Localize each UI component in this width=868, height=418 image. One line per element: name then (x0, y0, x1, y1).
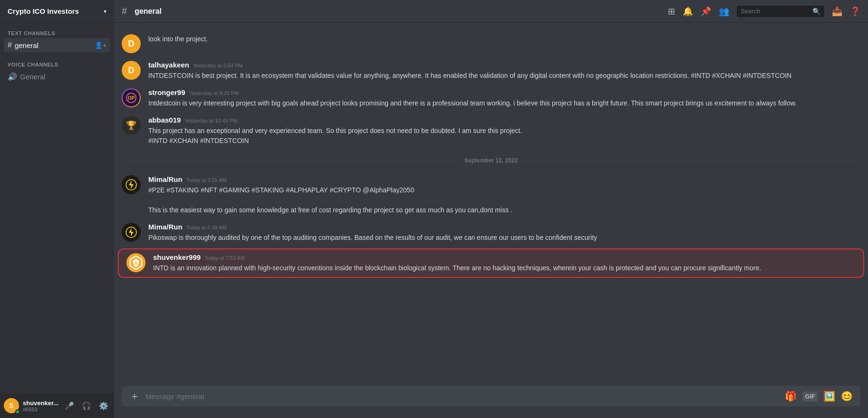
sidebar-footer: S shuvenker... #6653 🎤 🎧 ⚙️ (0, 393, 114, 418)
message-author: stronger99 (148, 88, 185, 96)
gif-icon[interactable]: GIF (802, 391, 818, 401)
avatar: 🏆 (122, 116, 141, 135)
message-group: D look into the project. (122, 30, 860, 57)
add-user-icon[interactable]: 👤+ (95, 41, 106, 49)
search-icon: 🔍 (812, 8, 820, 15)
message-timestamp: Today at 5:49 AM (186, 225, 227, 230)
message-header: abbas019 Yesterday at 10:49 PM (148, 116, 860, 124)
gift-icon[interactable]: 🎁 (785, 390, 797, 402)
avatar: D (122, 34, 141, 53)
message-timestamp: Yesterday at 5:54 PM (193, 63, 243, 68)
message-header: Mima/Run Today at 5:49 AM (148, 223, 860, 231)
message-text: #P2E #STAKING #NFT #GAMING #STAKING #ALP… (148, 185, 860, 215)
svg-text:OP: OP (128, 95, 135, 101)
members-icon[interactable]: 👥 (719, 6, 729, 17)
svg-text:S: S (135, 261, 137, 266)
date-divider-line (521, 161, 860, 161)
server-title: Crypto ICO Investors (8, 7, 79, 15)
message-text: INTDESTCOIN is best project. It is an ec… (148, 71, 860, 81)
message-text: look into the project. (148, 34, 860, 44)
message-group: Mima/Run Today at 5:49 AM Pikoswap is th… (122, 219, 860, 247)
text-channels-label: Text Channels (4, 30, 110, 36)
message-group: Mima/Run Today at 3:55 AM #P2E #STAKING … (122, 171, 860, 219)
message-text: INTD is an innovation planned with high-… (153, 263, 856, 273)
search-placeholder: Search (741, 8, 812, 15)
sidebar-item-general[interactable]: # general 👤+ (4, 38, 110, 52)
avatar: OP (122, 88, 141, 107)
inbox-icon[interactable]: 📥 (832, 6, 842, 17)
message-input[interactable] (145, 392, 785, 400)
current-user-name: shuvenker... (23, 399, 63, 407)
footer-icons: 🎤 🎧 ⚙️ (63, 399, 110, 412)
message-content: shuvenker999 Today at 7:53 AM INTD is an… (153, 253, 856, 273)
text-channels-section: Text Channels # general 👤+ (0, 23, 114, 54)
deafen-icon[interactable]: 🎧 (80, 399, 93, 412)
message-header: shuvenker999 Today at 7:53 AM (153, 253, 856, 261)
topbar-icons: ⊞ 🔔 📌 👥 Search 🔍 📥 ❓ (668, 6, 860, 17)
mute-icon[interactable]: 🎤 (63, 399, 76, 412)
message-group: 🏆 abbas019 Yesterday at 10:49 PM This pr… (122, 112, 860, 150)
threads-icon[interactable]: ⊞ (668, 6, 675, 17)
add-attachment-button[interactable]: ＋ (129, 389, 140, 403)
message-content: look into the project. (148, 34, 860, 53)
server-header[interactable]: Crypto ICO Investors ▾ (0, 0, 114, 23)
message-input-container: ＋ 🎁 GIF 🖼️ 😊 (122, 386, 860, 407)
message-timestamp: Yesterday at 10:49 PM (184, 118, 237, 124)
avatar (122, 223, 141, 242)
chevron-down-icon: ▾ (104, 8, 106, 15)
voice-channels-section: Voice Channels 🔊 General (0, 54, 114, 86)
date-divider-text: September 12, 2022 (464, 157, 518, 164)
message-text: Pikoswap is thoroughly audited by one of… (148, 233, 860, 243)
date-divider-line (122, 161, 461, 161)
topbar-channel-name: general (135, 7, 162, 16)
voice-channel-name: General (20, 73, 45, 81)
message-author: abbas019 (148, 116, 181, 124)
message-author: Mima/Run (148, 223, 183, 231)
message-group: OP stronger99 Yesterday at 9:20 PM Intde… (122, 85, 860, 112)
hash-icon: # (8, 41, 12, 49)
current-user-info: shuvenker... #6653 (23, 399, 63, 412)
main-content: # general ⊞ 🔔 📌 👥 Search 🔍 📥 ❓ D look in… (114, 0, 868, 418)
message-author: talhayakeen (148, 61, 189, 69)
input-area: ＋ 🎁 GIF 🖼️ 😊 (114, 386, 868, 418)
highlighted-message-group: S shuvenker999 Today at 7:53 AM INTD is … (118, 248, 864, 278)
avatar: S (126, 253, 145, 272)
message-header: talhayakeen Yesterday at 5:54 PM (148, 61, 860, 69)
avatar (122, 175, 141, 194)
message-header: Mima/Run Today at 3:55 AM (148, 175, 860, 183)
search-box[interactable]: Search 🔍 (737, 6, 824, 17)
current-user-discriminator: #6653 (23, 407, 63, 412)
message-content: abbas019 Yesterday at 10:49 PM This proj… (148, 116, 860, 146)
message-text: Intdestcoin is very interesting project … (148, 98, 860, 108)
voice-channels-label: Voice Channels (4, 62, 110, 67)
message-timestamp: Today at 7:53 AM (204, 255, 245, 261)
pin-icon[interactable]: 📌 (701, 6, 711, 17)
sticker-icon[interactable]: 🖼️ (823, 390, 835, 402)
message-content: Mima/Run Today at 3:55 AM #P2E #STAKING … (148, 175, 860, 215)
speaker-icon: 🔊 (8, 72, 17, 81)
date-divider: September 12, 2022 (122, 157, 860, 164)
input-actions: 🎁 GIF 🖼️ 😊 (785, 390, 853, 402)
message-timestamp: Yesterday at 9:20 PM (189, 90, 239, 96)
message-content: Mima/Run Today at 5:49 AM Pikoswap is th… (148, 223, 860, 243)
help-icon[interactable]: ❓ (850, 6, 860, 17)
message-timestamp: Today at 3:55 AM (186, 177, 227, 183)
emoji-icon[interactable]: 😊 (841, 390, 853, 402)
message-content: stronger99 Yesterday at 9:20 PM Intdestc… (148, 88, 860, 108)
message-content: talhayakeen Yesterday at 5:54 PM INTDEST… (148, 61, 860, 81)
sidebar: Crypto ICO Investors ▾ Text Channels # g… (0, 0, 114, 418)
current-user-avatar: S (4, 398, 19, 413)
messages-area: D look into the project. D talhayakeen Y… (114, 23, 868, 386)
topbar: # general ⊞ 🔔 📌 👥 Search 🔍 📥 ❓ (114, 0, 868, 23)
bell-icon[interactable]: 🔔 (683, 6, 693, 17)
topbar-hash-icon: # (122, 6, 127, 17)
avatar: D (122, 61, 141, 80)
message-group: D talhayakeen Yesterday at 5:54 PM INTDE… (122, 57, 860, 85)
message-author: shuvenker999 (153, 253, 201, 261)
message-text: This project has an exceptional and very… (148, 126, 860, 146)
channel-name: general (15, 41, 39, 49)
message-header: stronger99 Yesterday at 9:20 PM (148, 88, 860, 96)
sidebar-item-voice-general[interactable]: 🔊 General (4, 69, 110, 84)
message-author: Mima/Run (148, 175, 183, 183)
settings-icon[interactable]: ⚙️ (97, 399, 110, 412)
